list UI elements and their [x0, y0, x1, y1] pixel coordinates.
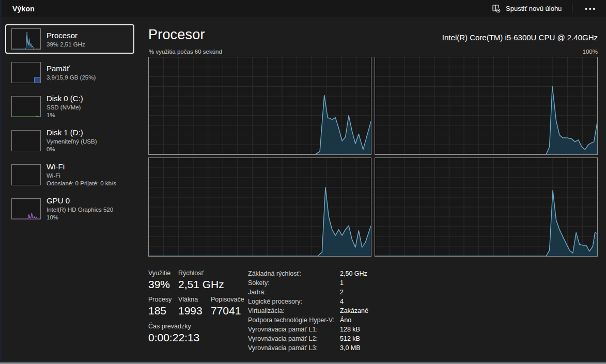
- cpu-core-chart-3: [148, 157, 371, 257]
- sidebar-item-detail: 1%: [46, 112, 133, 119]
- sidebar-item-wifi[interactable]: Wi-Fi Wi-Fi Odoslané: 0 Prijaté: 0 kb/s: [5, 161, 134, 193]
- spec-row: Vyrovnávacia pamäť L3:3,0 MB: [248, 343, 368, 353]
- new-task-icon: [492, 5, 501, 13]
- disk0-mini-chart: [11, 96, 41, 117]
- spec-label: Virtualizácia:: [248, 307, 340, 314]
- sidebar-item-title: Disk 1 (D:): [46, 128, 133, 138]
- chart-axis-label: % využitia počas 60 sekúnd: [149, 49, 222, 55]
- spec-value: 2: [340, 289, 344, 296]
- stat-label: Využitie: [148, 270, 170, 277]
- stat-label: Čas prevádzky: [148, 323, 191, 330]
- spec-value: Zakázané: [340, 307, 368, 314]
- spec-row: Logické procesory:4: [248, 297, 368, 306]
- spec-row: Vyrovnávacia pamäť L2:512 kB: [248, 334, 368, 343]
- spec-value: 2,50 GHz: [340, 270, 367, 277]
- page-title: Výkon: [12, 5, 35, 13]
- run-new-task-label: Spustiť novú úlohu: [506, 5, 562, 12]
- spec-value: 512 kB: [340, 335, 360, 342]
- cpu-stats: Využitie 39% Rýchlosť 2,51 GHz Procesy 1…: [148, 270, 252, 352]
- cpu-core-chart-1: [148, 57, 371, 155]
- run-new-task-button[interactable]: Spustiť novú úlohu: [485, 0, 569, 17]
- spec-label: Jadrá:: [248, 289, 340, 296]
- cpu-mini-chart: [11, 28, 41, 50]
- sidebar-item-subtitle: 39% 2,51 GHz: [46, 41, 132, 49]
- sidebar-item-detail: 0%: [46, 146, 133, 153]
- spec-label: Sokety:: [248, 279, 340, 287]
- cpu-model-name: Intel(R) Core(TM) i5-6300U CPU @ 2.40GHz: [442, 33, 598, 42]
- sidebar-item-title: Disk 0 (C:): [46, 93, 133, 104]
- cpu-charts-grid: [148, 57, 598, 257]
- stat-value: 2,51 GHz: [178, 278, 224, 291]
- task-manager-window: Výkon Spustiť novú úlohu •••: [0, 0, 606, 364]
- spec-row: Virtualizácia:Zakázané: [248, 306, 368, 315]
- spec-value: 3,0 MB: [340, 344, 361, 352]
- disk1-mini-chart: [11, 130, 41, 151]
- top-bar: Výkon Spustiť novú úlohu •••: [0, 0, 606, 17]
- more-options-button[interactable]: •••: [576, 0, 606, 17]
- sidebar-item-title: Pamäť: [46, 64, 133, 74]
- sidebar-item-title: Procesor: [46, 30, 132, 41]
- sidebar-item-detail: 10%: [46, 214, 133, 221]
- sidebar-item-detail: Odoslané: 0 Prijaté: 0 kb/s: [46, 180, 133, 187]
- memory-mini-chart: [11, 62, 41, 83]
- stat-value: 39%: [148, 278, 170, 291]
- chart-axis-max: 100%: [583, 49, 598, 55]
- spec-label: Vyrovnávacia pamäť L3:: [248, 344, 340, 352]
- sidebar-item-title: Wi-Fi: [46, 162, 133, 172]
- spec-value: 1: [340, 279, 344, 287]
- spec-row: Základná rýchlosť:2,50 GHz: [248, 269, 368, 278]
- stat-label: Procesy: [148, 296, 172, 303]
- spec-value: Áno: [340, 316, 351, 324]
- sidebar-item-subtitle: Wi-Fi: [46, 172, 133, 180]
- sidebar-item-subtitle: Intel(R) HD Graphics 520: [46, 206, 133, 214]
- cpu-specs: Základná rýchlosť:2,50 GHz Sokety:1 Jadr…: [248, 269, 368, 353]
- sidebar-item-gpu[interactable]: GPU 0 Intel(R) HD Graphics 520 10%: [5, 195, 134, 227]
- stat-value: 77041: [211, 305, 241, 317]
- sidebar-item-title: GPU 0: [46, 196, 133, 206]
- spec-value: 128 kB: [340, 326, 360, 333]
- spec-row: Jadrá:2: [248, 288, 368, 297]
- window-left-edge: [0, 0, 2, 364]
- sidebar-item-cpu[interactable]: Procesor 39% 2,51 GHz: [5, 24, 134, 54]
- section-title: Procesor: [148, 27, 205, 43]
- sidebar-item-memory[interactable]: Pamäť 3,9/15,9 GB (25%): [5, 58, 134, 90]
- wifi-mini-chart: [11, 164, 41, 185]
- cpu-core-chart-2: [375, 57, 598, 155]
- sidebar-item-disk0[interactable]: Disk 0 (C:) SSD (NVMe) 1%: [5, 92, 134, 124]
- sidebar-item-subtitle: SSD (NVMe): [46, 104, 133, 112]
- sidebar-item-disk1[interactable]: Disk 1 (D:) Vymeniteľný (USB) 0%: [5, 126, 134, 159]
- spec-row: Podpora technológie Hyper-V:Áno: [248, 315, 368, 325]
- gpu-mini-chart: [11, 198, 41, 219]
- spec-label: Základná rýchlosť:: [248, 270, 340, 277]
- spec-value: 4: [340, 298, 344, 305]
- spec-row: Sokety:1: [248, 278, 368, 288]
- stat-label: Rýchlosť: [178, 270, 204, 277]
- spec-row: Vyrovnávacia pamäť L1:128 kB: [248, 325, 368, 334]
- spec-label: Vyrovnávacia pamäť L1:: [248, 326, 340, 333]
- toolbar-separator: [572, 4, 572, 13]
- spec-label: Podpora technológie Hyper-V:: [248, 316, 340, 324]
- sidebar-item-subtitle: Vymeniteľný (USB): [46, 138, 133, 146]
- stat-label: Vlákna: [178, 296, 198, 303]
- stat-value: 185: [148, 305, 166, 317]
- cpu-core-chart-4: [375, 157, 598, 257]
- spec-label: Vyrovnávacia pamäť L2:: [248, 335, 340, 342]
- spec-label: Logické procesory:: [248, 298, 340, 305]
- stat-label: Popisovače: [211, 296, 244, 303]
- top-bar-actions: Spustiť novú úlohu •••: [485, 0, 606, 17]
- stat-value: 0:00:22:13: [148, 331, 199, 344]
- sidebar-item-subtitle: 3,9/15,9 GB (25%): [46, 74, 133, 82]
- stat-value: 1993: [178, 305, 203, 317]
